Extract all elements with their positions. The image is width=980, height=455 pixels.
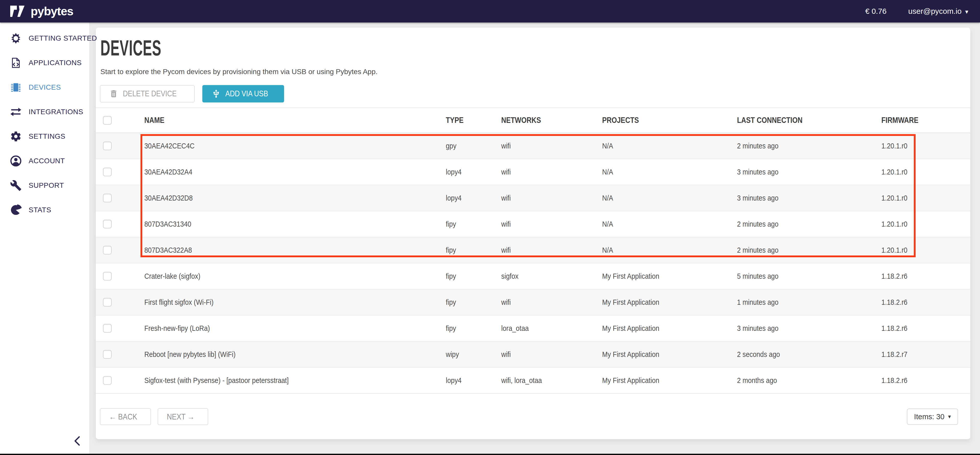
device-type: lopy4 xyxy=(446,168,461,176)
device-projects: My First Application xyxy=(602,272,659,280)
device-last-connection: 5 minutes ago xyxy=(737,272,778,280)
device-firmware: 1.18.2.r6 xyxy=(881,376,907,385)
sidebar-item-label: SUPPORT xyxy=(29,181,64,189)
device-last-connection: 2 minutes ago xyxy=(737,142,778,150)
row-checkbox[interactable] xyxy=(103,350,111,359)
device-networks: wifi xyxy=(501,142,511,150)
code-document-icon xyxy=(10,57,22,69)
sidebar-item-stats[interactable]: STATS xyxy=(0,198,89,222)
sun-icon xyxy=(10,32,22,45)
sidebar-item-settings[interactable]: SETTINGS xyxy=(0,124,89,149)
device-networks: wifi xyxy=(501,298,511,307)
device-projects: My First Application xyxy=(602,324,659,332)
devices-page-card: DEVICES Start to explore the Pycom devic… xyxy=(96,28,970,439)
device-name: Fresh-new-fipy (LoRa) xyxy=(144,324,210,332)
device-firmware: 1.18.2.r6 xyxy=(881,272,907,280)
row-checkbox[interactable] xyxy=(103,272,111,280)
back-button[interactable]: ← BACK xyxy=(100,408,151,425)
sidebar-item-label: INTEGRATIONS xyxy=(29,108,83,116)
sidebar-list: GETTING STARTEDAPPLICATIONSDEVICESINTEGR… xyxy=(0,22,89,222)
device-networks: sigfox xyxy=(501,272,519,280)
device-type: lopy4 xyxy=(446,376,461,385)
device-type: fipy xyxy=(446,272,456,280)
table-row: 30AEA42D32D8lopy4wifiN/A3 minutes ago1.2… xyxy=(96,185,970,211)
sidebar-item-label: GETTING STARTED xyxy=(29,34,97,42)
device-last-connection: 2 seconds ago xyxy=(737,350,780,359)
sidebar-item-label: DEVICES xyxy=(29,83,61,91)
sidebar-item-account[interactable]: ACCOUNT xyxy=(0,149,89,173)
device-firmware: 1.20.1.r0 xyxy=(881,168,907,176)
add-via-usb-button[interactable]: ADD VIA USB xyxy=(202,85,284,102)
column-last-connection: LAST CONNECTION xyxy=(737,116,802,125)
pycom-logo-icon xyxy=(10,5,26,18)
sidebar-item-support[interactable]: SUPPORT xyxy=(0,173,89,198)
table-row: 30AEA42CEC4CgpywifiN/A2 minutes ago1.20.… xyxy=(96,133,970,159)
device-networks: lora_otaa xyxy=(501,324,529,332)
row-checkbox[interactable] xyxy=(103,220,111,228)
delete-device-button[interactable]: DELETE DEVICE xyxy=(100,85,195,102)
device-name: Crater-lake (sigfox) xyxy=(144,272,200,280)
table-row: Sigfox-test (with Pysense) - [pastoor pe… xyxy=(96,368,970,394)
device-firmware: 1.18.2.r6 xyxy=(881,298,907,307)
window-bottom-edge xyxy=(0,454,980,455)
row-checkbox[interactable] xyxy=(103,246,111,255)
add-via-usb-label: ADD VIA USB xyxy=(225,89,268,99)
select-all-checkbox[interactable] xyxy=(103,116,111,125)
device-name: 30AEA42D32D8 xyxy=(144,194,192,202)
pie-chart-icon xyxy=(10,204,22,216)
row-checkbox[interactable] xyxy=(103,142,111,150)
sidebar-item-integrations[interactable]: INTEGRATIONS xyxy=(0,100,89,124)
device-last-connection: 3 minutes ago xyxy=(737,324,778,332)
device-name: First flight sigfox (Wi-Fi) xyxy=(144,298,213,307)
device-projects: N/A xyxy=(602,142,613,150)
table-row: Reboot [new pybytes lib] (WiFi)wipywifiM… xyxy=(96,342,970,368)
trash-icon xyxy=(109,89,118,99)
sidebar-item-applications[interactable]: APPLICATIONS xyxy=(0,51,89,75)
arrows-swap-icon xyxy=(10,106,22,118)
sidebar-item-getting-started[interactable]: GETTING STARTED xyxy=(0,26,89,51)
row-checkbox[interactable] xyxy=(103,324,111,332)
device-networks: wifi xyxy=(501,350,511,359)
device-type: fipy xyxy=(446,324,456,332)
sidebar-item-label: SETTINGS xyxy=(29,132,65,140)
chevron-down-icon: ▾ xyxy=(948,414,951,420)
table-row: Fresh-new-fipy (LoRa)fipylora_otaaMy Fir… xyxy=(96,315,970,342)
pybytes-logo[interactable]: pybytes xyxy=(10,4,73,18)
device-type: lopy4 xyxy=(446,194,461,202)
page-title: DEVICES xyxy=(100,35,640,60)
device-firmware: 1.18.2.r6 xyxy=(881,324,907,332)
device-type: fipy xyxy=(446,246,456,255)
chip-icon xyxy=(10,81,22,94)
toolbar: DELETE DEVICE ADD VIA USB xyxy=(100,85,970,102)
device-type: fipy xyxy=(446,220,456,228)
device-networks: wifi, lora_otaa xyxy=(501,376,542,385)
devices-table: NAME TYPE NETWORKS PROJECTS LAST CONNECT… xyxy=(96,108,970,394)
device-firmware: 1.20.1.r0 xyxy=(881,142,907,150)
row-checkbox[interactable] xyxy=(103,168,111,176)
sidebar-item-devices[interactable]: DEVICES xyxy=(0,75,89,100)
table-row: First flight sigfox (Wi-Fi)fipywifiMy Fi… xyxy=(96,290,970,315)
sidebar-collapse-button[interactable] xyxy=(70,433,85,449)
user-menu[interactable]: user@pycom.io ▾ xyxy=(908,7,968,16)
column-firmware: FIRMWARE xyxy=(881,116,918,125)
device-networks: wifi xyxy=(501,220,511,228)
column-networks: NETWORKS xyxy=(501,116,541,125)
sidebar: GETTING STARTEDAPPLICATIONSDEVICESINTEGR… xyxy=(0,22,90,454)
items-per-page-dropdown[interactable]: Items: 30 ▾ xyxy=(907,409,958,425)
row-checkbox[interactable] xyxy=(103,298,111,307)
next-button[interactable]: NEXT → xyxy=(158,408,208,425)
device-type: fipy xyxy=(446,298,456,307)
wrench-icon xyxy=(10,179,22,192)
device-last-connection: 2 minutes ago xyxy=(737,246,778,255)
device-firmware: 1.18.2.r7 xyxy=(881,350,907,359)
row-checkbox[interactable] xyxy=(103,376,111,385)
device-name: Reboot [new pybytes lib] (WiFi) xyxy=(144,350,235,359)
device-last-connection: 2 months ago xyxy=(737,376,777,385)
device-firmware: 1.20.1.r0 xyxy=(881,220,907,228)
device-firmware: 1.20.1.r0 xyxy=(881,246,907,255)
device-projects: My First Application xyxy=(602,350,659,359)
device-name: 30AEA42D32A4 xyxy=(144,168,192,176)
row-checkbox[interactable] xyxy=(103,194,111,202)
device-name: 807D3AC31340 xyxy=(144,220,191,228)
device-last-connection: 3 minutes ago xyxy=(737,168,778,176)
